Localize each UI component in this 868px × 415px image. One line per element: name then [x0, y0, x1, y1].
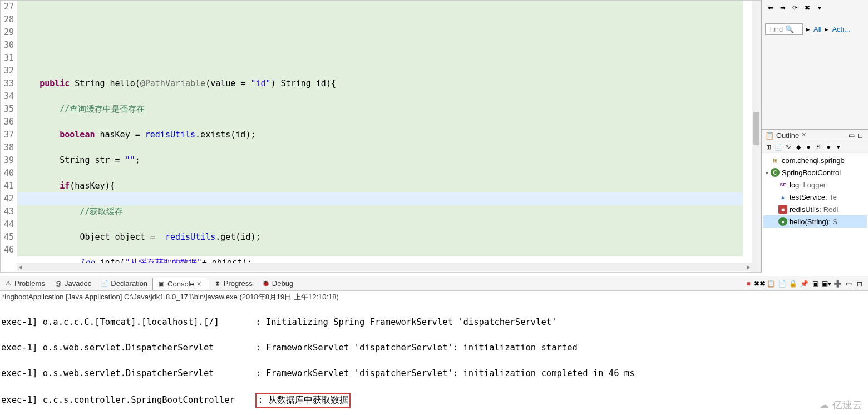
outline-title: Outline — [776, 131, 799, 140]
stop-icon[interactable]: ✖ — [803, 3, 812, 12]
min-icon[interactable]: ▭ — [844, 279, 854, 289]
az-icon[interactable]: ᵃz — [784, 142, 793, 151]
debug-icon: 🐞 — [262, 280, 270, 288]
outline-icon: 📋 — [765, 131, 774, 140]
sort-icon[interactable]: 📄 — [774, 142, 783, 151]
chevron-right-icon: ▸ — [806, 25, 810, 33]
console-line: exec-1] o.a.c.c.C.[Tomcat].[localhost].[… — [1, 316, 867, 329]
javadoc-icon: @ — [55, 280, 62, 288]
declaration-icon: 📄 — [101, 280, 108, 288]
pin-icon[interactable]: 📌 — [799, 279, 809, 289]
close-icon[interactable]: ✕ — [196, 280, 204, 288]
chevron-right-icon: ▸ — [825, 25, 828, 33]
bottom-tabs: ⚠Problems @Javadoc 📄Declaration ▣Console… — [0, 276, 868, 291]
nav-back-icon[interactable]: ⬅ — [766, 3, 775, 12]
tree-field-log[interactable]: SFlog : Logger — [763, 179, 867, 191]
scroll-lock-icon[interactable]: 🔒 — [788, 279, 798, 289]
tree-package[interactable]: ⊞com.chenqi.springb — [763, 154, 867, 166]
menu-icon[interactable]: ▾ — [834, 142, 843, 151]
public-method-icon: ● — [778, 217, 787, 226]
console-output[interactable]: exec-1] o.a.c.c.C.[Tomcat].[localhost].[… — [0, 303, 868, 415]
console-line: exec-1] o.s.web.servlet.DispatcherServle… — [1, 342, 867, 354]
clear-icon[interactable]: 📄 — [777, 279, 787, 289]
progress-icon: ⧗ — [214, 280, 221, 288]
refresh-icon[interactable]: ⟳ — [791, 3, 800, 12]
hide-fields-icon[interactable]: ◆ — [794, 142, 803, 151]
close-icon[interactable]: ✕ — [801, 131, 809, 139]
console-toolbar: ■ ✖✖ 📋 📄 🔒 📌 ▣ ▣▾ ➕ ▭ ◻ — [743, 279, 868, 289]
display-icon[interactable]: ▣ — [810, 279, 820, 289]
tree-field-testservice[interactable]: ▲testService : Te — [763, 191, 867, 203]
open-console-icon[interactable]: ▣▾ — [821, 279, 831, 289]
console-line: exec-1] c.c.s.controller.SpringBootContr… — [1, 393, 867, 406]
hide-nonpublic-icon[interactable]: S — [814, 142, 823, 151]
max-icon[interactable]: ◻ — [855, 279, 865, 289]
find-input[interactable]: Find🔍 — [765, 23, 803, 35]
terminate-icon[interactable]: ■ — [743, 279, 753, 289]
hide-static-icon[interactable]: ● — [804, 142, 813, 151]
default-field-icon: ▲ — [778, 192, 787, 201]
outline-tree[interactable]: ⊞com.chenqi.springb ▾CSpringBootControl … — [762, 153, 868, 273]
console-line: exec-1] o.s.web.servlet.DispatcherServle… — [1, 367, 867, 380]
highlighted-log: : 从数据库中获取数据 — [255, 393, 351, 408]
package-icon: ⊞ — [771, 156, 780, 165]
remove-all-icon[interactable]: 📋 — [766, 279, 776, 289]
tree-field-redisutils[interactable]: ■redisUtils : Redi — [763, 203, 867, 215]
code-area[interactable]: public String hello(@PathVariable(value … — [17, 1, 752, 272]
private-field-icon: ■ — [778, 205, 787, 214]
minimize-icon[interactable]: ▭ — [847, 131, 856, 140]
tab-debug[interactable]: 🐞Debug — [258, 278, 298, 289]
maximize-icon[interactable]: ◻ — [856, 131, 865, 140]
class-icon: C — [771, 168, 780, 177]
all-link[interactable]: All — [813, 25, 821, 33]
tab-progress[interactable]: ⧗Progress — [209, 278, 258, 289]
tree-method-hello[interactable]: ●hello(String) : S — [763, 215, 867, 228]
bottom-panel: ⚠Problems @Javadoc 📄Declaration ▣Console… — [0, 276, 868, 415]
focus-icon[interactable]: ⊞ — [764, 142, 773, 151]
hide-local-icon[interactable]: ● — [824, 142, 833, 151]
activate-link[interactable]: Acti... — [832, 25, 850, 33]
tab-javadoc[interactable]: @Javadoc — [50, 278, 96, 289]
code-editor[interactable]: 2728293031323334353637383940414243444546… — [0, 0, 761, 273]
problems-icon: ⚠ — [4, 280, 12, 288]
tree-class[interactable]: ▾CSpringBootControl — [763, 166, 867, 179]
right-panel: ⬅ ➡ ⟳ ✖ ▾ Find🔍 ▸ All ▸ Acti... 📋Outline… — [761, 0, 868, 273]
static-field-icon: SF — [778, 180, 787, 189]
tab-problems[interactable]: ⚠Problems — [0, 278, 50, 289]
nav-fwd-icon[interactable]: ➡ — [778, 3, 787, 12]
remove-terminated-icon[interactable]: ✖✖ — [754, 279, 765, 289]
console-header: ringbootApplication [Java Application] C… — [0, 291, 868, 303]
right-toolbar: ⬅ ➡ ⟳ ✖ ▾ — [764, 2, 866, 13]
search-icon: 🔍 — [785, 25, 794, 33]
console-icon: ▣ — [157, 280, 165, 288]
tab-console[interactable]: ▣Console✕ — [152, 278, 209, 290]
new-console-icon[interactable]: ➕ — [832, 279, 842, 289]
dropdown-icon[interactable]: ▾ — [815, 3, 824, 12]
editor-hscroll[interactable] — [17, 263, 752, 271]
tab-declaration[interactable]: 📄Declaration — [96, 278, 152, 289]
outline-view: 📋Outline✕ ▭ ◻ ⊞ 📄 ᵃz ◆ ● S ● ▾ ⊞com.chen… — [762, 129, 868, 273]
line-gutter: 2728293031323334353637383940414243444546 — [1, 1, 17, 272]
editor-vscroll[interactable] — [752, 1, 761, 272]
